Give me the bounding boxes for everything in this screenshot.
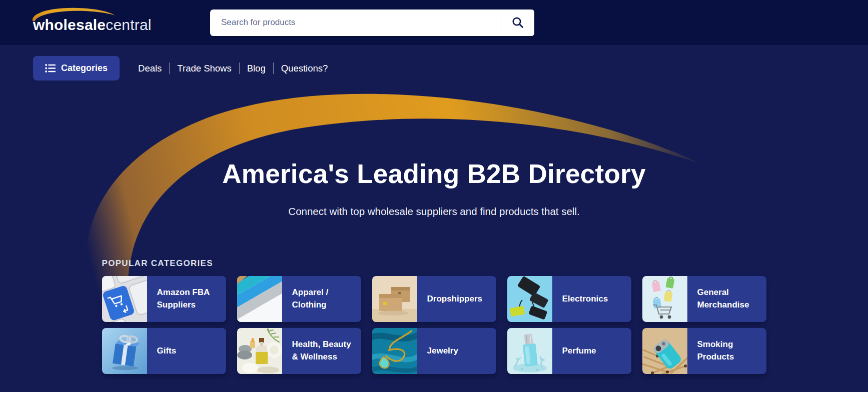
categories-button[interactable]: Categories bbox=[33, 56, 120, 80]
category-card-general-merchandise[interactable]: General Merchandise bbox=[642, 276, 766, 322]
cardboard-boxes-thumbnail bbox=[372, 276, 417, 322]
gold-necklace-thumbnail bbox=[372, 328, 417, 374]
logo-text: wholesalecentral bbox=[33, 18, 152, 32]
category-card-smoking-products[interactable]: Smoking Products bbox=[642, 328, 766, 374]
category-card-label: Health, Beauty & Wellness bbox=[282, 328, 361, 374]
spa-oil-bottle-thumbnail bbox=[237, 328, 282, 374]
category-card-dropshippers[interactable]: Dropshippers bbox=[372, 276, 496, 322]
perfume-bottle-splash-thumbnail bbox=[507, 328, 552, 374]
category-card-electronics[interactable]: Electronics bbox=[507, 276, 631, 322]
category-card-health-beauty-wellness[interactable]: Health, Beauty & Wellness bbox=[237, 328, 361, 374]
nav-item-questions[interactable]: Questions? bbox=[274, 63, 336, 74]
page-title: America's Leading B2B Directory bbox=[0, 158, 868, 189]
category-card-label: Gifts bbox=[147, 328, 226, 374]
category-card-label: Apparel / Clothing bbox=[282, 276, 361, 322]
list-icon bbox=[45, 64, 56, 73]
category-card-label: Jewelry bbox=[417, 328, 496, 374]
nav-item-deals[interactable]: Deals bbox=[131, 63, 169, 74]
category-card-jewelry[interactable]: Jewelry bbox=[372, 328, 496, 374]
category-card-label: Smoking Products bbox=[687, 328, 766, 374]
mini-cart-with-bags-thumbnail bbox=[642, 276, 687, 322]
logo-word-central: central bbox=[106, 16, 151, 33]
category-card-label: Amazon FBA Suppliers bbox=[147, 276, 226, 322]
wholesale-central-logo[interactable]: wholesalecentral bbox=[33, 8, 158, 36]
turquoise-lighter-thumbnail bbox=[642, 328, 687, 374]
gadgets-on-blue-thumbnail bbox=[507, 276, 552, 322]
keyboard-cart-key-thumbnail bbox=[102, 276, 147, 322]
categories-button-label: Categories bbox=[61, 63, 108, 74]
blue-gift-box-thumbnail bbox=[102, 328, 147, 374]
page-subtitle: Connect with top wholesale suppliers and… bbox=[0, 206, 868, 218]
hanging-shirts-thumbnail bbox=[237, 276, 282, 322]
logo-word-wholesale: wholesale bbox=[33, 16, 106, 33]
product-search-form bbox=[210, 10, 534, 36]
magnifier-icon bbox=[511, 16, 524, 29]
category-card-label: Electronics bbox=[552, 276, 631, 322]
category-card-amazon-fba-suppliers[interactable]: Amazon FBA Suppliers bbox=[102, 276, 226, 322]
nav-item-trade-shows[interactable]: Trade Shows bbox=[170, 63, 239, 74]
popular-categories-heading: POPULAR CATEGORIES bbox=[102, 258, 766, 268]
category-card-label: Perfume bbox=[552, 328, 631, 374]
nav-links: Deals Trade Shows Blog Questions? bbox=[131, 62, 335, 74]
category-card-gifts[interactable]: Gifts bbox=[102, 328, 226, 374]
top-header: wholesalecentral bbox=[0, 0, 868, 45]
main-navbar: Categories Deals Trade Shows Blog Questi… bbox=[0, 45, 868, 80]
category-cards-grid: Amazon FBA Suppliers bbox=[102, 276, 766, 374]
search-button[interactable] bbox=[501, 10, 534, 36]
nav-item-blog[interactable]: Blog bbox=[240, 63, 273, 74]
hero-section: Categories Deals Trade Shows Blog Questi… bbox=[0, 45, 868, 392]
category-card-apparel-clothing[interactable]: Apparel / Clothing bbox=[237, 276, 361, 322]
category-card-label: Dropshippers bbox=[417, 276, 496, 322]
search-input[interactable] bbox=[210, 10, 501, 36]
category-card-label: General Merchandise bbox=[687, 276, 766, 322]
category-card-perfume[interactable]: Perfume bbox=[507, 328, 631, 374]
